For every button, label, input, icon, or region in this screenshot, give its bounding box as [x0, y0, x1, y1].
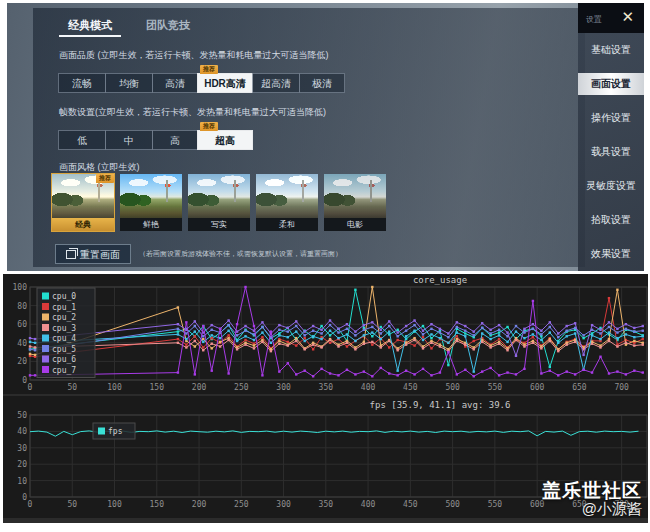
- series-marker: [337, 331, 339, 333]
- framerate-option-ultra[interactable]: 推荐 超高: [197, 130, 253, 150]
- quality-option-hdr-hd[interactable]: 推荐 HDR高清: [197, 73, 253, 93]
- close-icon[interactable]: ✕: [621, 8, 634, 26]
- series-marker: [439, 328, 441, 330]
- legend-swatch-cpu_4: [42, 335, 49, 342]
- series-marker: [194, 335, 196, 337]
- series-marker: [363, 329, 365, 331]
- x-tick-label: 100: [107, 383, 122, 392]
- series-marker: [464, 369, 466, 371]
- series-marker: [447, 342, 449, 344]
- series-marker: [211, 334, 213, 336]
- series-marker: [287, 327, 289, 329]
- series-marker: [320, 325, 322, 327]
- series-marker: [591, 334, 593, 336]
- series-marker: [371, 321, 373, 323]
- series-marker: [456, 373, 458, 375]
- series-marker: [202, 341, 204, 343]
- series-marker: [295, 373, 297, 375]
- series-marker: [346, 369, 348, 371]
- series-marker: [633, 330, 635, 332]
- quality-option-ultra-hd[interactable]: 超高清: [252, 73, 300, 93]
- y-tick-label: 20: [17, 357, 27, 366]
- y-tick-label: 60: [17, 320, 27, 329]
- series-marker: [211, 324, 213, 326]
- x-tick-label: 550: [488, 500, 503, 509]
- style-option-classic[interactable]: 推荐 经典: [52, 174, 114, 231]
- style-option-soft[interactable]: 柔和: [256, 174, 318, 231]
- style-option-movie[interactable]: 电影: [324, 174, 386, 231]
- series-marker: [219, 328, 221, 330]
- series-marker: [371, 375, 373, 377]
- sidebar-item-sensitivity[interactable]: 灵敏度设置: [578, 175, 644, 197]
- x-tick-label: 700: [614, 383, 629, 392]
- series-marker: [261, 321, 263, 323]
- sidebar-item-vehicle[interactable]: 载具设置: [578, 141, 644, 163]
- sidebar-item-basic[interactable]: 基础设置: [578, 39, 644, 61]
- style-option-realistic[interactable]: 写实: [188, 174, 250, 231]
- series-marker: [244, 330, 246, 332]
- legend-swatch-cpu_5: [42, 345, 49, 352]
- framerate-option-low[interactable]: 低: [58, 130, 106, 150]
- series-marker: [642, 335, 644, 337]
- series-marker: [329, 330, 331, 332]
- series-marker: [227, 330, 229, 332]
- series-marker: [303, 348, 305, 350]
- series-marker: [574, 322, 576, 324]
- series-marker: [396, 374, 398, 376]
- style-option-vivid[interactable]: 鲜艳: [120, 174, 182, 231]
- series-marker: [388, 325, 390, 327]
- series-marker: [253, 347, 255, 349]
- tab-classic-mode[interactable]: 经典模式: [59, 15, 121, 37]
- series-marker: [608, 340, 610, 342]
- series-marker: [312, 343, 314, 345]
- series-marker: [633, 327, 635, 329]
- quality-option-hd[interactable]: 高清: [152, 73, 198, 93]
- series-marker: [642, 330, 644, 332]
- quality-option-smooth[interactable]: 流畅: [58, 73, 106, 93]
- series-marker: [582, 334, 584, 336]
- sidebar-item-pickup[interactable]: 拾取设置: [578, 209, 644, 231]
- framerate-option-medium[interactable]: 中: [105, 130, 153, 150]
- series-marker: [489, 329, 491, 331]
- sidebar-header: 设置 ✕: [578, 3, 644, 33]
- series-marker: [219, 345, 221, 347]
- sidebar-item-controls[interactable]: 操作设置: [578, 107, 644, 129]
- series-marker: [532, 336, 534, 338]
- y-tick-label: 30: [17, 444, 27, 453]
- series-marker: [388, 330, 390, 332]
- series-marker: [616, 337, 618, 339]
- recommended-badge: 推荐: [200, 122, 218, 131]
- reset-graphics-button[interactable]: 重置画面: [55, 244, 131, 264]
- sidebar-item-effects[interactable]: 效果设置: [578, 243, 644, 265]
- series-marker: [599, 346, 601, 348]
- series-marker: [244, 335, 246, 337]
- series-marker: [320, 346, 322, 348]
- series-marker: [498, 374, 500, 376]
- series-marker: [498, 331, 500, 333]
- series-marker: [549, 321, 551, 323]
- series-marker: [29, 353, 31, 355]
- quality-option-balanced[interactable]: 均衡: [105, 73, 153, 93]
- series-marker: [523, 345, 525, 347]
- series-marker: [295, 325, 297, 327]
- x-tick-label: 0: [28, 383, 33, 392]
- series-marker: [506, 349, 508, 351]
- series-marker: [549, 340, 551, 342]
- series-marker: [363, 334, 365, 336]
- quality-options-row: 流畅 均衡 高清 推荐 HDR高清 超高清 极清: [59, 73, 345, 93]
- series-marker: [287, 341, 289, 343]
- series-marker: [608, 331, 610, 333]
- quality-option-extreme[interactable]: 极清: [299, 73, 345, 93]
- legend-label-fps: fps: [108, 427, 123, 436]
- y-tick-label: 0: [22, 493, 27, 502]
- series-marker: [405, 370, 407, 372]
- tab-team-deathmatch[interactable]: 团队竞技: [137, 15, 199, 35]
- series-marker: [498, 343, 500, 345]
- series-marker: [244, 286, 246, 288]
- framerate-option-high[interactable]: 高: [152, 130, 198, 150]
- x-tick-label: 550: [488, 383, 503, 392]
- sidebar-item-graphics[interactable]: 画面设置: [578, 73, 644, 95]
- series-marker: [380, 332, 382, 334]
- series-marker: [287, 362, 289, 364]
- series-marker: [396, 335, 398, 337]
